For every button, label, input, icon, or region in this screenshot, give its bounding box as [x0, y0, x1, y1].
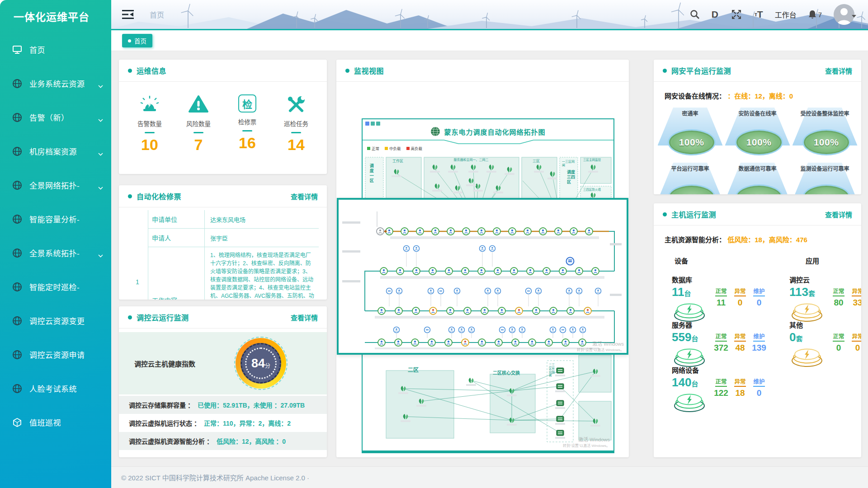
- host-block-other: 其他 0套 正常0 异常0 维护0: [789, 320, 861, 370]
- gauge-cell: 密通率100%: [656, 106, 724, 156]
- tab-home[interactable]: 首页: [122, 34, 152, 47]
- card-dot: [128, 69, 132, 73]
- globe-icon: [12, 349, 23, 360]
- stat-abnormal-label: 异常: [852, 332, 861, 342]
- stat-normal-label: 正常: [833, 286, 844, 296]
- block-count: 0: [789, 330, 796, 344]
- card-dot: [345, 69, 349, 73]
- stat-abnormal-label: 异常: [852, 286, 861, 296]
- topology-title: 蒙东电力调度自动化网络拓扑图: [444, 127, 545, 136]
- host-block-network: 网络设备 140台 正常122 异常18 维护0: [672, 365, 768, 415]
- field-label: 申请人: [148, 229, 205, 247]
- view-detail-link[interactable]: 查看详情: [291, 192, 318, 201]
- column-title-app: 应用: [806, 256, 819, 265]
- gauge-cell: 数据通信可靠率100%: [724, 161, 791, 194]
- notification-bell[interactable]: 7: [808, 10, 822, 19]
- chevron-down-icon: [98, 82, 103, 90]
- view-detail-link[interactable]: 查看详情: [825, 66, 852, 75]
- gauge-label: 调控云主机健康指数: [134, 359, 195, 368]
- doc-icon[interactable]: D: [712, 9, 718, 20]
- sidebar-item-label: 全景系统拓扑-: [29, 247, 80, 258]
- gauge-cell: 监测设备运行可靠率100%: [791, 161, 859, 194]
- sidebar-item-label: 智能容量分析-: [29, 213, 80, 225]
- stat-normal-value: 372: [713, 343, 729, 353]
- sidebar-item-scheduled-inspection[interactable]: 智能定时巡检-: [0, 270, 111, 304]
- sidebar-item-system-topology[interactable]: 全景系统拓扑-: [0, 236, 111, 270]
- ticket-row-number: 1: [127, 210, 148, 300]
- power-ring-icon: [672, 389, 707, 413]
- power-ring-icon: [789, 344, 825, 368]
- avatar-dropdown-caret[interactable]: [852, 15, 856, 18]
- table-row: 申请人 张宇臣: [148, 229, 319, 247]
- workbench-link[interactable]: 工作台: [775, 9, 797, 20]
- sidebar-item-resource-change[interactable]: 调控云资源变更: [0, 304, 111, 338]
- stat-ticket: 检 检修票 16: [225, 94, 270, 154]
- app-logo: 一体化运维平台: [0, 0, 111, 33]
- topbar: 首页 D тT 工作台 7: [111, 0, 868, 30]
- sidebar-item-duty-patrol[interactable]: 值班巡视: [0, 405, 111, 439]
- sidebar-item-label: 首页: [29, 44, 45, 55]
- node-rows-graphic: [339, 200, 623, 349]
- stat-dash: [242, 130, 252, 131]
- topology-lower-zones: [363, 352, 613, 449]
- row-label: 调控云存储集群容量 ：: [129, 400, 194, 409]
- auto-tickets-card: 自动化检修票 查看详情 1 申请单位 达来东风电场 申请人 张宇臣 工作内容 1…: [119, 185, 327, 300]
- search-icon[interactable]: [690, 9, 700, 19]
- stat-normal-label: 正常: [715, 377, 726, 387]
- sidebar-item-room-archive[interactable]: 机房档案资源: [0, 134, 111, 168]
- sidebar-item-home[interactable]: 首页: [0, 33, 111, 66]
- avatar[interactable]: [834, 4, 854, 25]
- sidebar-item-face-exam[interactable]: 人脸考试系统: [0, 371, 111, 405]
- stat-normal-label: 正常: [715, 332, 726, 342]
- topology-detail-image[interactable]: 激活 Windows转到“设置”以激活 Windows。: [337, 198, 628, 355]
- ops-stats: 告警数量 10 风险数量 7 检 检修票 16 巡检任务 14: [119, 82, 327, 154]
- gauge-label: 数据通信可靠率: [724, 164, 791, 172]
- block-unit: 台: [691, 335, 698, 343]
- cloud-row: 调控云虚拟机资源智能分析 ： 低风险：12，高风险 ：0: [119, 432, 327, 450]
- topology-toolbar: [365, 122, 380, 126]
- bell-icon: [808, 10, 816, 19]
- copyright-text: © 2022 SICT 中国科学院计算技术研究所 Apache License …: [121, 473, 309, 482]
- sidebar-item-cloud-resource[interactable]: 业务系统云资源: [0, 66, 111, 100]
- font-size-icon[interactable]: тT: [755, 9, 763, 20]
- table-row: 工作内容 1、梳理网络结构，核查现场是否满足电厂十六字方针；2、核查纵密、反向隔…: [148, 247, 319, 300]
- monitor-icon: [12, 44, 23, 55]
- status-value: ：在线：12，离线：0: [727, 92, 793, 100]
- gauge-value: 100%: [802, 129, 850, 155]
- view-detail-link[interactable]: 查看详情: [291, 313, 318, 322]
- sidebar-item-alerts[interactable]: 告警（新）: [0, 100, 111, 134]
- alarm-siren-icon: [139, 94, 160, 114]
- globe-icon: [12, 112, 23, 123]
- row-value: 低风险：12，高风险 ：0: [217, 436, 286, 446]
- stat-normal-value: 80: [831, 298, 846, 308]
- gauge-label: 安防设备在线率: [724, 109, 791, 117]
- netsec-gauges: 密通率100% 安防设备在线率100% 受控设备整体监控率100% 平台运行可靠…: [654, 102, 861, 194]
- globe-icon: [12, 214, 23, 225]
- field-value: 1、梳理网络结构，核查现场是否满足电厂十六字方针；2、核查纵密、反向隔离、防火墙…: [205, 247, 319, 300]
- stat-normal-value: 11: [713, 298, 729, 308]
- breadcrumb[interactable]: 首页: [150, 9, 164, 20]
- stat-abnormal-value: 18: [732, 388, 748, 398]
- collapse-menu-icon[interactable]: [122, 10, 134, 19]
- host-block-database: 数据库 11台 正常11 异常0 维护0: [672, 275, 768, 324]
- chevron-down-icon: [98, 116, 103, 124]
- stat-value: 7: [194, 136, 203, 154]
- notification-count: 7: [818, 11, 822, 19]
- stat-abnormal-value: 0: [850, 343, 861, 353]
- card-title: 运维信息: [137, 65, 166, 76]
- sidebar-item-network-topology[interactable]: 全景网络拓扑-: [0, 168, 111, 202]
- sidebar-item-label: 人脸考试系统: [29, 383, 77, 394]
- view-detail-link[interactable]: 查看详情: [825, 210, 852, 219]
- cloud-monitor-card: 调控云运行监测 查看详情 调控云主机健康指数 84 分 调控云存储集群容量 ： …: [119, 306, 327, 457]
- sidebar-item-capacity-analysis[interactable]: 智能容量分析-: [0, 202, 111, 236]
- sidebar-item-resource-apply[interactable]: 调控云资源申请: [0, 338, 111, 371]
- gauge-cell: 受控设备整体监控率100%: [791, 106, 859, 156]
- block-name: 其他: [789, 320, 861, 329]
- card-dot: [663, 212, 667, 216]
- fullscreen-icon[interactable]: [730, 8, 743, 21]
- stat-normal-label: 正常: [715, 286, 726, 296]
- block-unit: 台: [691, 380, 698, 388]
- cube-icon: [12, 417, 23, 428]
- gauge-label: 受控设备整体监控率: [791, 109, 859, 117]
- block-count: 11: [672, 285, 684, 299]
